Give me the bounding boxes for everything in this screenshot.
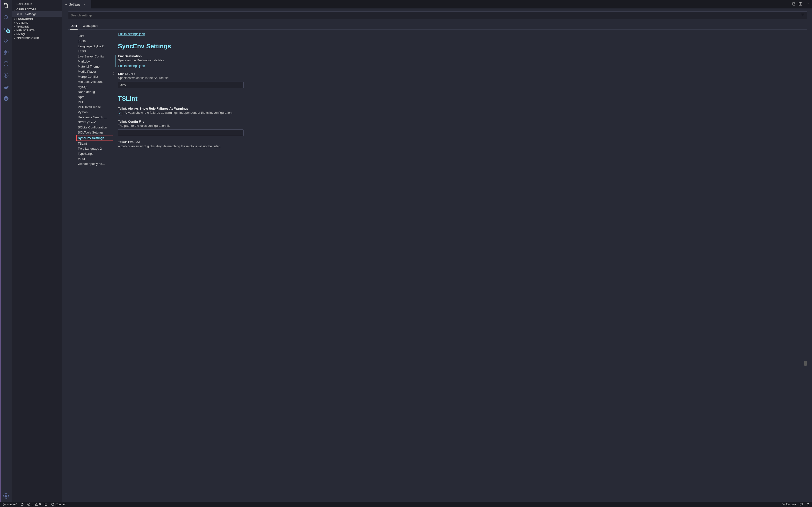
setting-prefix: Tslint:: [118, 107, 128, 110]
golive-label: Go Live: [786, 503, 796, 506]
status-golive[interactable]: Go Live: [781, 503, 796, 506]
split-editor-icon[interactable]: [799, 2, 802, 6]
toc-item[interactable]: PHP: [78, 100, 113, 105]
scope-user[interactable]: User: [70, 22, 78, 30]
edit-in-settings-json[interactable]: Edit in settings.json: [118, 64, 145, 68]
chevron-right-icon: ›: [12, 25, 16, 28]
explorer-icon[interactable]: [0, 0, 12, 12]
env-source-input[interactable]: [118, 81, 244, 88]
toc-item[interactable]: Jake: [78, 34, 113, 39]
svg-point-13: [5, 495, 7, 497]
open-editors-header[interactable]: ⌄ OPEN EDITORS: [12, 7, 62, 11]
setting-env-source: Env Source Specifies which file is the S…: [118, 72, 802, 88]
spotify-icon[interactable]: [0, 93, 12, 104]
sidebar-section-timeline[interactable]: ›TIMELINE: [12, 24, 62, 29]
status-port[interactable]: [44, 503, 48, 506]
toc-item[interactable]: LESS: [78, 49, 113, 54]
tslint-config-input[interactable]: [118, 129, 244, 136]
setting-prefix: Tslint:: [118, 120, 128, 123]
settings-content: Edit in settings.json SyncEnv Settings E…: [113, 32, 807, 502]
sidebar-section-foodadmin[interactable]: ›FOODADMIN: [12, 17, 62, 21]
close-icon[interactable]: ×: [16, 12, 20, 16]
toc-item[interactable]: JSON: [78, 39, 113, 44]
toc-item[interactable]: MySQL: [78, 84, 113, 89]
toc-item[interactable]: Microsoft Account: [78, 79, 113, 84]
settings-gear-icon[interactable]: [0, 490, 12, 502]
settings-file-icon: ≡: [20, 12, 24, 16]
toc-item[interactable]: SyncEnv Settings: [77, 135, 113, 141]
toc-item[interactable]: Media Player: [78, 69, 113, 74]
run-debug-icon[interactable]: [0, 35, 12, 46]
chevron-right-icon: ›: [12, 21, 16, 24]
more-actions-icon[interactable]: [805, 2, 809, 6]
toc-item[interactable]: Python: [78, 110, 113, 115]
toc-item[interactable]: Npm: [78, 95, 113, 100]
toc-item[interactable]: Markdown: [78, 59, 113, 64]
liveshare-icon[interactable]: [0, 69, 12, 81]
search-icon[interactable]: [0, 12, 12, 23]
sidebar-title: EXPLORER: [12, 0, 62, 7]
toc-item[interactable]: Live Server Config: [78, 54, 113, 59]
svg-point-16: [806, 4, 806, 4]
scrollbar-thumb[interactable]: [804, 361, 807, 366]
status-branch[interactable]: master*: [2, 503, 17, 506]
toc-item[interactable]: TypeScript: [78, 151, 113, 156]
filter-icon[interactable]: [801, 13, 805, 18]
toc-item[interactable]: SQLTools Settings: [78, 130, 113, 135]
sidebar-section-mysql[interactable]: ›MYSQL: [12, 32, 62, 36]
toc-item[interactable]: Twig Language 2: [78, 146, 113, 151]
svg-point-11: [4, 73, 8, 77]
toc-item[interactable]: Language Stylus C…: [78, 44, 113, 49]
status-sync[interactable]: [20, 503, 24, 506]
toc-item[interactable]: SQLite Configuration: [78, 125, 113, 130]
setting-prefix: Tslint:: [118, 140, 128, 144]
open-editor-item[interactable]: × ≡ Settings: [12, 11, 62, 17]
sidebar-section-outline[interactable]: ›OUTLINE: [12, 21, 62, 24]
setting-label: Config File: [128, 120, 144, 123]
setting-label: Exclude: [128, 140, 140, 144]
toc-item[interactable]: vscode-spotify co…: [78, 161, 113, 166]
sidebar-section-label: OUTLINE: [16, 21, 28, 24]
checkbox[interactable]: ✓: [118, 111, 122, 115]
status-feedback-icon[interactable]: [800, 503, 803, 506]
svg-point-18: [808, 4, 809, 4]
errors-count: 0: [32, 503, 33, 506]
sidebar-section-spec-explorer[interactable]: ›SPEC EXPLORER: [12, 36, 62, 40]
setting-label: Env Source: [118, 72, 135, 75]
settings-file-icon: ≡: [65, 3, 67, 6]
section-title-syncenv: SyncEnv Settings: [118, 43, 802, 50]
toc-item[interactable]: PHP Intellisense: [78, 105, 113, 110]
open-settings-json-icon[interactable]: [792, 2, 796, 6]
svg-point-33: [783, 504, 784, 505]
status-bar: master* 0 0 Connect Go Live: [0, 502, 812, 507]
extensions-icon[interactable]: [0, 46, 12, 58]
source-control-icon[interactable]: 10: [0, 23, 12, 35]
sidebar-section-npm-scripts[interactable]: ›NPM SCRIPTS: [12, 29, 62, 32]
scope-workspace[interactable]: Workspace: [82, 22, 99, 30]
toc-item[interactable]: Reference Search …: [78, 115, 113, 120]
status-bell-icon[interactable]: [806, 503, 810, 506]
chevron-right-icon: ›: [12, 18, 16, 20]
setting-label: Env Destination: [118, 54, 142, 58]
close-icon[interactable]: ×: [83, 3, 86, 6]
open-editor-label: Settings: [25, 12, 37, 16]
tab-settings[interactable]: ≡ Settings ×: [62, 0, 91, 8]
gear-icon[interactable]: [113, 72, 114, 76]
toc-item[interactable]: TSLint: [78, 141, 113, 146]
database-icon[interactable]: [0, 58, 12, 69]
docker-icon[interactable]: [0, 81, 12, 93]
toc-item[interactable]: SCSS (Sass): [78, 120, 113, 125]
search-input[interactable]: [71, 13, 801, 17]
status-connect[interactable]: Connect: [51, 503, 66, 506]
toc-item[interactable]: Vetur: [78, 156, 113, 161]
status-problems[interactable]: 0 0: [27, 503, 41, 506]
toc-item[interactable]: Merge Conflict: [78, 74, 113, 79]
toc-item[interactable]: Material Theme: [78, 64, 113, 69]
setting-description: A glob or an array of globs. Any file ma…: [118, 145, 802, 148]
settings-search[interactable]: [68, 11, 807, 19]
toc-item[interactable]: Node debug: [78, 89, 113, 95]
edit-in-settings-json[interactable]: Edit in settings.json: [118, 32, 145, 36]
svg-point-17: [807, 4, 807, 4]
sidebar-section-label: NPM SCRIPTS: [16, 29, 35, 32]
tab-label: Settings: [69, 3, 81, 6]
